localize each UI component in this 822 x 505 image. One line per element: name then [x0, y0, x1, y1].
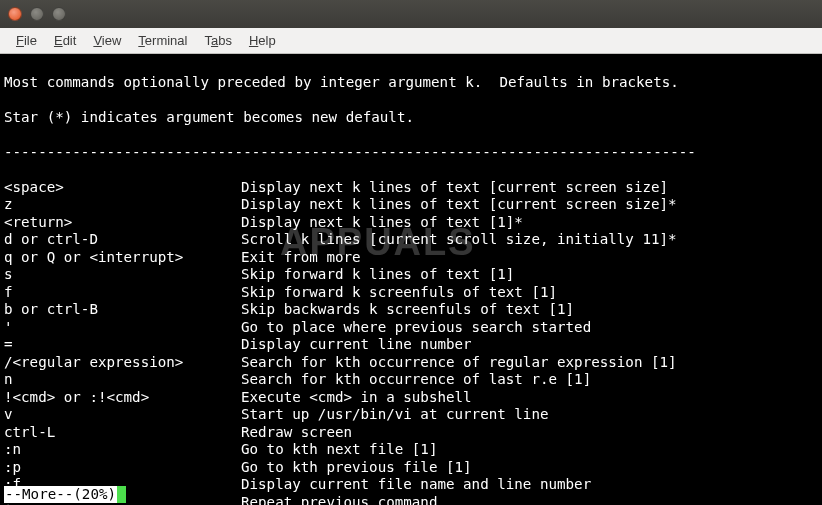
- command-key: ': [4, 319, 241, 337]
- command-key: =: [4, 336, 241, 354]
- cursor: [117, 486, 126, 503]
- menu-terminal[interactable]: Terminal: [130, 30, 195, 51]
- command-row: ctrl-LRedraw screen: [4, 424, 818, 442]
- command-description: Scroll k lines [current scroll size, ini…: [241, 231, 818, 249]
- command-description: Repeat previous command: [241, 494, 818, 506]
- command-key: !<cmd> or :!<cmd>: [4, 389, 241, 407]
- command-key: n: [4, 371, 241, 389]
- command-key: /<regular expression>: [4, 354, 241, 372]
- window-controls: [8, 7, 66, 21]
- close-button[interactable]: [8, 7, 22, 21]
- command-row: sSkip forward k lines of text [1]: [4, 266, 818, 284]
- command-description: Start up /usr/bin/vi at current line: [241, 406, 818, 424]
- command-row: b or ctrl-BSkip backwards k screenfuls o…: [4, 301, 818, 319]
- titlebar: [0, 0, 822, 28]
- command-description: Skip forward k lines of text [1]: [241, 266, 818, 284]
- command-list: <space>Display next k lines of text [cur…: [4, 179, 818, 506]
- command-description: Display current file name and line numbe…: [241, 476, 818, 494]
- command-key: q or Q or <interrupt>: [4, 249, 241, 267]
- command-description: Exit from more: [241, 249, 818, 267]
- command-key: f: [4, 284, 241, 302]
- menu-file[interactable]: File: [8, 30, 45, 51]
- command-row: <space>Display next k lines of text [cur…: [4, 179, 818, 197]
- command-row: fSkip forward k screenfuls of text [1]: [4, 284, 818, 302]
- command-description: Go to kth previous file [1]: [241, 459, 818, 477]
- command-row: vStart up /usr/bin/vi at current line: [4, 406, 818, 424]
- menu-tabs[interactable]: Tabs: [196, 30, 239, 51]
- more-status-text: --More--(20%): [4, 486, 117, 504]
- command-description: Skip backwards k screenfuls of text [1]: [241, 301, 818, 319]
- command-description: Execute <cmd> in a subshell: [241, 389, 818, 407]
- command-row: d or ctrl-DScroll k lines [current scrol…: [4, 231, 818, 249]
- command-row: <return>Display next k lines of text [1]…: [4, 214, 818, 232]
- command-description: Search for kth occurrence of regular exp…: [241, 354, 818, 372]
- command-row: nSearch for kth occurrence of last r.e […: [4, 371, 818, 389]
- terminal-output[interactable]: Most commands optionally preceded by int…: [0, 54, 822, 505]
- command-description: Redraw screen: [241, 424, 818, 442]
- command-row: :fDisplay current file name and line num…: [4, 476, 818, 494]
- minimize-button[interactable]: [30, 7, 44, 21]
- command-row: :nGo to kth next file [1]: [4, 441, 818, 459]
- more-status: --More--(20%): [4, 486, 126, 504]
- intro-text: Most commands optionally preceded by int…: [4, 74, 818, 92]
- command-key: <space>: [4, 179, 241, 197]
- menu-edit[interactable]: Edit: [46, 30, 84, 51]
- command-description: Search for kth occurrence of last r.e [1…: [241, 371, 818, 389]
- command-description: Go to kth next file [1]: [241, 441, 818, 459]
- command-description: Display current line number: [241, 336, 818, 354]
- command-key: <return>: [4, 214, 241, 232]
- command-row: =Display current line number: [4, 336, 818, 354]
- intro-text: Star (*) indicates argument becomes new …: [4, 109, 818, 127]
- command-key: b or ctrl-B: [4, 301, 241, 319]
- command-key: :n: [4, 441, 241, 459]
- command-row: !<cmd> or :!<cmd>Execute <cmd> in a subs…: [4, 389, 818, 407]
- command-row: :pGo to kth previous file [1]: [4, 459, 818, 477]
- command-description: Display next k lines of text [current sc…: [241, 196, 818, 214]
- command-row: .Repeat previous command: [4, 494, 818, 506]
- command-description: Skip forward k screenfuls of text [1]: [241, 284, 818, 302]
- command-key: d or ctrl-D: [4, 231, 241, 249]
- menu-help[interactable]: Help: [241, 30, 284, 51]
- menubar: File Edit View Terminal Tabs Help: [0, 28, 822, 54]
- command-key: :p: [4, 459, 241, 477]
- command-description: Go to place where previous search starte…: [241, 319, 818, 337]
- command-key: z: [4, 196, 241, 214]
- command-key: s: [4, 266, 241, 284]
- command-row: zDisplay next k lines of text [current s…: [4, 196, 818, 214]
- separator-line: ----------------------------------------…: [4, 144, 818, 162]
- command-description: Display next k lines of text [1]*: [241, 214, 818, 232]
- command-key: ctrl-L: [4, 424, 241, 442]
- menu-view[interactable]: View: [85, 30, 129, 51]
- command-row: 'Go to place where previous search start…: [4, 319, 818, 337]
- command-key: v: [4, 406, 241, 424]
- maximize-button[interactable]: [52, 7, 66, 21]
- command-row: q or Q or <interrupt>Exit from more: [4, 249, 818, 267]
- command-row: /<regular expression>Search for kth occu…: [4, 354, 818, 372]
- command-description: Display next k lines of text [current sc…: [241, 179, 818, 197]
